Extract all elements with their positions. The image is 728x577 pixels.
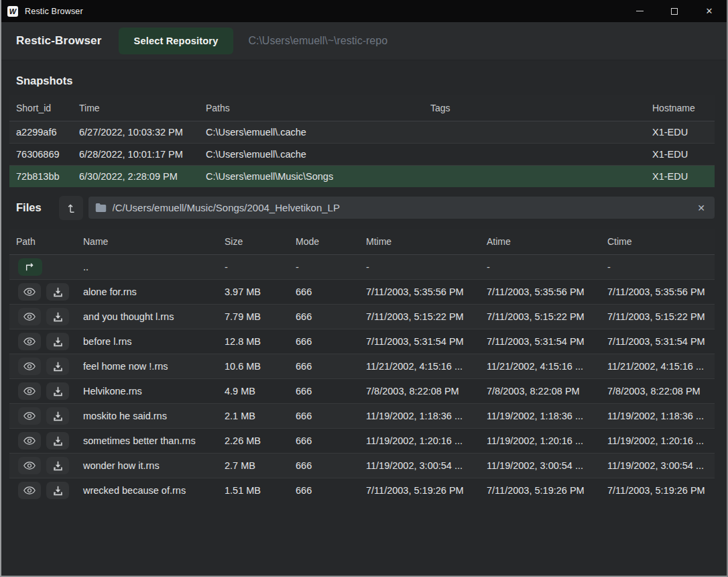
current-path-value: /C/Users/emuell/Music/Songs/2004_Helveti… [113, 202, 689, 213]
file-row[interactable]: wrecked because of.rns 1.51 MB 666 7/11/… [9, 478, 715, 503]
file-atime: - [480, 262, 601, 272]
snapshot-time: 6/27/2022, 10:03:32 PM [72, 127, 199, 138]
clear-path-button[interactable]: ✕ [694, 203, 708, 213]
column-mode: Mode [289, 236, 359, 247]
file-name: moskito he said.rns [76, 411, 218, 421]
download-icon [53, 386, 63, 397]
preview-file-button[interactable] [18, 283, 41, 301]
go-to-root-button[interactable] [59, 196, 83, 220]
file-row[interactable]: alone for.rns 3.97 MB 666 7/11/2003, 5:3… [9, 279, 715, 304]
file-mode: 666 [289, 286, 359, 297]
snapshot-paths: C:\Users\emuell\Music\Songs [199, 171, 424, 182]
preview-file-button[interactable] [18, 333, 41, 350]
file-row[interactable]: and you thought l.rns 7.79 MB 666 7/11/2… [9, 304, 715, 329]
file-atime: 11/19/2002, 1:18:36 ... [480, 411, 601, 421]
file-ctime: 11/19/2002, 1:20:16 ... [601, 435, 715, 446]
file-row[interactable]: sometimes better than.rns 2.26 MB 666 11… [9, 428, 715, 453]
window-controls: ✕ [622, 0, 727, 22]
download-icon [53, 436, 63, 446]
clear-icon: ✕ [697, 203, 705, 213]
file-row[interactable]: feel home now !.rns 10.6 MB 666 11/21/20… [9, 354, 715, 378]
column-path: Path [9, 236, 76, 247]
restore-file-button[interactable] [46, 382, 69, 400]
file-size: 12.8 MB [218, 336, 289, 347]
restore-file-button[interactable] [46, 432, 69, 450]
parent-directory-row[interactable]: .. - - - - - [9, 254, 715, 279]
repository-path: C:\Users\emuell\~\restic-repo [248, 35, 387, 47]
file-row[interactable]: moskito he said.rns 2.1 MB 666 11/19/200… [9, 403, 715, 428]
file-mtime: 7/11/2003, 5:19:26 PM [359, 485, 480, 496]
restore-file-button[interactable] [46, 283, 69, 301]
titlebar: W Restic Browser ✕ [1, 0, 727, 22]
eye-icon [23, 436, 36, 445]
file-atime: 11/19/2002, 1:20:16 ... [480, 435, 601, 446]
files-table: Path Name Size Mode Mtime Atime Ctime ..… [9, 229, 715, 503]
restore-file-button[interactable] [46, 358, 69, 375]
snapshot-row[interactable]: 76306869 6/28/2022, 10:01:17 PM C:\Users… [9, 143, 715, 165]
file-mtime: 11/19/2002, 1:20:16 ... [359, 435, 480, 446]
minimize-button[interactable] [622, 0, 657, 22]
snapshot-row[interactable]: 72b813bb 6/30/2022, 2:28:09 PM C:\Users\… [9, 165, 715, 187]
snapshots-table: Short_id Time Paths Tags Hostname a2299a… [9, 95, 715, 187]
file-row[interactable]: before l.rns 12.8 MB 666 7/11/2003, 5:31… [9, 329, 715, 354]
restore-file-button[interactable] [46, 482, 69, 499]
file-name: Helvikone.rns [76, 386, 218, 397]
file-mode: 666 [289, 411, 359, 421]
restore-file-button[interactable] [46, 333, 69, 350]
preview-file-button[interactable] [18, 358, 41, 375]
file-atime: 11/19/2002, 3:00:54 ... [480, 460, 601, 471]
file-name: wrecked because of.rns [76, 485, 218, 496]
files-bar: Files /C/Users/emuell/Music/Songs/2004_H… [9, 195, 715, 220]
preview-file-button[interactable] [18, 482, 41, 499]
snapshot-short-id: a2299af6 [9, 127, 72, 138]
close-button[interactable]: ✕ [692, 0, 727, 22]
up-level-icon [65, 202, 77, 214]
column-time: Time [72, 103, 199, 113]
snapshot-hostname: X1-EDU [646, 149, 715, 160]
preview-file-button[interactable] [18, 308, 41, 325]
file-mtime: - [359, 262, 480, 272]
column-hostname: Hostname [646, 103, 715, 113]
restore-file-button[interactable] [46, 407, 69, 425]
file-ctime: 7/11/2003, 5:15:22 PM [601, 311, 715, 322]
current-path-field[interactable]: /C/Users/emuell/Music/Songs/2004_Helveti… [88, 197, 715, 219]
file-name: before l.rns [76, 336, 218, 347]
restore-file-button[interactable] [46, 457, 69, 474]
restore-file-button[interactable] [46, 308, 69, 325]
select-repository-button[interactable]: Select Repository [119, 28, 234, 54]
file-ctime: 7/11/2003, 5:19:26 PM [601, 485, 715, 496]
snapshot-short-id: 76306869 [9, 149, 72, 160]
file-atime: 7/11/2003, 5:19:26 PM [480, 485, 601, 496]
file-mtime: 11/19/2002, 3:00:54 ... [359, 460, 480, 471]
file-row[interactable]: wonder how it.rns 2.7 MB 666 11/19/2002,… [9, 453, 715, 478]
maximize-button[interactable] [657, 0, 692, 22]
file-mode: 666 [289, 311, 359, 322]
snapshots-table-header: Short_id Time Paths Tags Hostname [9, 95, 715, 121]
file-mode: - [289, 262, 359, 272]
file-size: 4.9 MB [218, 386, 289, 397]
download-icon [53, 461, 63, 471]
file-mtime: 7/8/2003, 8:22:08 PM [359, 386, 480, 397]
file-ctime: 11/21/2002, 4:15:16 ... [601, 361, 715, 372]
file-name: and you thought l.rns [76, 311, 218, 322]
column-paths: Paths [199, 103, 424, 113]
file-row[interactable]: Helvikone.rns 4.9 MB 666 7/8/2003, 8:22:… [9, 378, 715, 403]
snapshots-heading: Snapshots [1, 60, 727, 95]
file-atime: 7/11/2003, 5:35:56 PM [480, 286, 601, 297]
preview-file-button[interactable] [18, 407, 41, 425]
eye-icon [23, 312, 36, 321]
download-icon [53, 287, 63, 297]
file-ctime: 7/11/2003, 5:35:56 PM [601, 286, 715, 297]
eye-icon [23, 461, 36, 470]
preview-file-button[interactable] [18, 382, 41, 400]
preview-file-button[interactable] [18, 432, 41, 450]
file-atime: 7/11/2003, 5:15:22 PM [480, 311, 601, 322]
file-mode: 666 [289, 361, 359, 372]
preview-file-button[interactable] [18, 457, 41, 474]
go-parent-button[interactable] [18, 258, 42, 276]
snapshot-row[interactable]: a2299af6 6/27/2022, 10:03:32 PM C:\Users… [9, 121, 715, 143]
file-ctime: 7/8/2003, 8:22:08 PM [601, 386, 715, 397]
file-ctime: - [601, 262, 715, 272]
file-name: wonder how it.rns [76, 460, 218, 471]
file-mtime: 7/11/2003, 5:15:22 PM [359, 311, 480, 322]
